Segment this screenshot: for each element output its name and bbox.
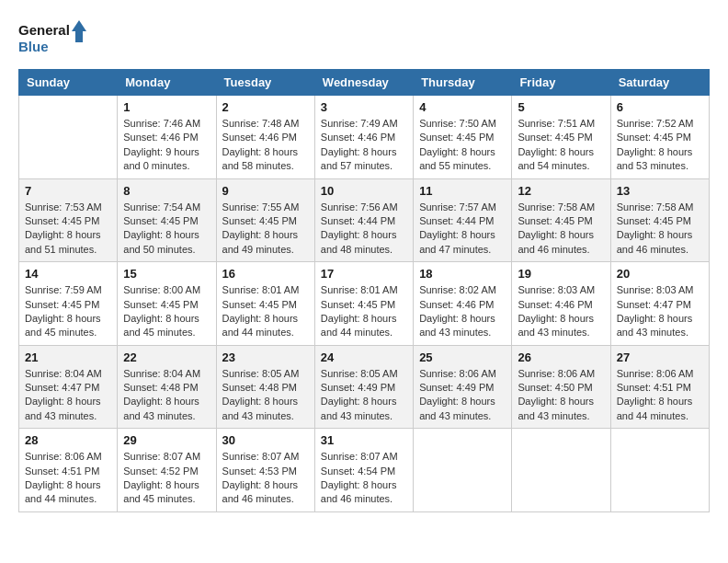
day-cell: 14 Sunrise: 7:59 AMSunset: 4:45 PMDaylig… bbox=[19, 262, 118, 346]
day-info: Sunrise: 8:00 AMSunset: 4:45 PMDaylight:… bbox=[123, 283, 210, 340]
day-cell: 2 Sunrise: 7:48 AMSunset: 4:46 PMDayligh… bbox=[216, 96, 314, 179]
day-number: 15 bbox=[123, 267, 210, 281]
day-cell: 28 Sunrise: 8:06 AMSunset: 4:51 PMDaylig… bbox=[19, 429, 118, 512]
col-header-thursday: Thursday bbox=[414, 70, 512, 96]
day-cell bbox=[610, 429, 709, 512]
day-info: Sunrise: 8:07 AMSunset: 4:53 PMDaylight:… bbox=[222, 450, 309, 507]
day-info: Sunrise: 7:50 AMSunset: 4:45 PMDaylight:… bbox=[419, 117, 506, 174]
week-row-4: 21 Sunrise: 8:04 AMSunset: 4:47 PMDaylig… bbox=[19, 345, 710, 429]
day-cell: 30 Sunrise: 8:07 AMSunset: 4:53 PMDaylig… bbox=[216, 429, 314, 512]
week-row-1: 1 Sunrise: 7:46 AMSunset: 4:46 PMDayligh… bbox=[19, 96, 710, 179]
day-info: Sunrise: 7:52 AMSunset: 4:45 PMDaylight:… bbox=[617, 117, 703, 174]
day-cell: 31 Sunrise: 8:07 AMSunset: 4:54 PMDaylig… bbox=[314, 429, 413, 512]
svg-text:Blue: Blue bbox=[18, 39, 49, 54]
day-cell: 15 Sunrise: 8:00 AMSunset: 4:45 PMDaylig… bbox=[118, 262, 216, 346]
week-row-5: 28 Sunrise: 8:06 AMSunset: 4:51 PMDaylig… bbox=[19, 429, 710, 512]
day-cell: 8 Sunrise: 7:54 AMSunset: 4:45 PMDayligh… bbox=[118, 178, 216, 262]
day-cell: 5 Sunrise: 7:51 AMSunset: 4:45 PMDayligh… bbox=[512, 96, 610, 179]
day-cell: 11 Sunrise: 7:57 AMSunset: 4:44 PMDaylig… bbox=[414, 178, 512, 262]
day-number: 19 bbox=[518, 267, 604, 281]
svg-marker-2 bbox=[72, 20, 86, 42]
col-header-wednesday: Wednesday bbox=[314, 70, 413, 96]
day-info: Sunrise: 8:06 AMSunset: 4:50 PMDaylight:… bbox=[518, 367, 604, 424]
day-number: 30 bbox=[222, 433, 309, 447]
day-info: Sunrise: 8:03 AMSunset: 4:47 PMDaylight:… bbox=[617, 283, 703, 340]
day-number: 11 bbox=[419, 184, 506, 198]
day-number: 17 bbox=[321, 267, 407, 281]
day-info: Sunrise: 8:06 AMSunset: 4:51 PMDaylight:… bbox=[617, 367, 703, 424]
day-number: 31 bbox=[321, 433, 407, 447]
day-number: 27 bbox=[617, 350, 703, 364]
day-number: 5 bbox=[518, 100, 604, 114]
day-cell: 6 Sunrise: 7:52 AMSunset: 4:45 PMDayligh… bbox=[610, 96, 709, 179]
day-number: 6 bbox=[617, 100, 703, 114]
day-info: Sunrise: 7:49 AMSunset: 4:46 PMDaylight:… bbox=[321, 117, 407, 174]
day-info: Sunrise: 8:01 AMSunset: 4:45 PMDaylight:… bbox=[222, 283, 309, 340]
day-number: 16 bbox=[222, 267, 309, 281]
day-cell bbox=[19, 96, 118, 179]
svg-text:General: General bbox=[18, 22, 70, 38]
day-cell: 26 Sunrise: 8:06 AMSunset: 4:50 PMDaylig… bbox=[512, 345, 610, 429]
col-header-tuesday: Tuesday bbox=[216, 70, 314, 96]
day-number: 29 bbox=[123, 433, 210, 447]
day-number: 8 bbox=[123, 184, 210, 198]
day-info: Sunrise: 7:51 AMSunset: 4:45 PMDaylight:… bbox=[518, 117, 604, 174]
day-cell: 10 Sunrise: 7:56 AMSunset: 4:44 PMDaylig… bbox=[314, 178, 413, 262]
day-cell: 27 Sunrise: 8:06 AMSunset: 4:51 PMDaylig… bbox=[610, 345, 709, 429]
day-info: Sunrise: 7:46 AMSunset: 4:46 PMDaylight:… bbox=[123, 117, 210, 174]
logo-svg: General Blue bbox=[18, 18, 92, 60]
col-header-sunday: Sunday bbox=[19, 70, 118, 96]
day-number: 7 bbox=[25, 184, 111, 198]
day-cell: 4 Sunrise: 7:50 AMSunset: 4:45 PMDayligh… bbox=[414, 96, 512, 179]
day-info: Sunrise: 8:05 AMSunset: 4:49 PMDaylight:… bbox=[321, 367, 407, 424]
day-info: Sunrise: 7:58 AMSunset: 4:45 PMDaylight:… bbox=[617, 201, 703, 258]
col-header-saturday: Saturday bbox=[610, 70, 709, 96]
day-info: Sunrise: 8:05 AMSunset: 4:48 PMDaylight:… bbox=[222, 367, 309, 424]
day-number: 28 bbox=[25, 433, 111, 447]
day-cell: 20 Sunrise: 8:03 AMSunset: 4:47 PMDaylig… bbox=[610, 262, 709, 346]
day-cell: 29 Sunrise: 8:07 AMSunset: 4:52 PMDaylig… bbox=[118, 429, 216, 512]
day-number: 9 bbox=[222, 184, 309, 198]
day-number: 12 bbox=[518, 184, 604, 198]
day-cell: 23 Sunrise: 8:05 AMSunset: 4:48 PMDaylig… bbox=[216, 345, 314, 429]
day-info: Sunrise: 8:03 AMSunset: 4:46 PMDaylight:… bbox=[518, 283, 604, 340]
day-number: 3 bbox=[321, 100, 407, 114]
day-number: 2 bbox=[222, 100, 309, 114]
week-row-2: 7 Sunrise: 7:53 AMSunset: 4:45 PMDayligh… bbox=[19, 178, 710, 262]
header-row: SundayMondayTuesdayWednesdayThursdayFrid… bbox=[19, 70, 710, 96]
day-cell: 12 Sunrise: 7:58 AMSunset: 4:45 PMDaylig… bbox=[512, 178, 610, 262]
day-number: 4 bbox=[419, 100, 506, 114]
day-cell: 16 Sunrise: 8:01 AMSunset: 4:45 PMDaylig… bbox=[216, 262, 314, 346]
day-info: Sunrise: 7:56 AMSunset: 4:44 PMDaylight:… bbox=[321, 201, 407, 258]
day-cell: 22 Sunrise: 8:04 AMSunset: 4:48 PMDaylig… bbox=[118, 345, 216, 429]
day-cell: 19 Sunrise: 8:03 AMSunset: 4:46 PMDaylig… bbox=[512, 262, 610, 346]
day-info: Sunrise: 8:04 AMSunset: 4:48 PMDaylight:… bbox=[123, 367, 210, 424]
day-cell bbox=[512, 429, 610, 512]
day-info: Sunrise: 7:57 AMSunset: 4:44 PMDaylight:… bbox=[419, 201, 506, 258]
day-info: Sunrise: 7:58 AMSunset: 4:45 PMDaylight:… bbox=[518, 201, 604, 258]
day-cell: 3 Sunrise: 7:49 AMSunset: 4:46 PMDayligh… bbox=[314, 96, 413, 179]
day-cell: 7 Sunrise: 7:53 AMSunset: 4:45 PMDayligh… bbox=[19, 178, 118, 262]
day-number: 14 bbox=[25, 267, 111, 281]
day-cell: 18 Sunrise: 8:02 AMSunset: 4:46 PMDaylig… bbox=[414, 262, 512, 346]
day-cell: 1 Sunrise: 7:46 AMSunset: 4:46 PMDayligh… bbox=[118, 96, 216, 179]
day-info: Sunrise: 7:59 AMSunset: 4:45 PMDaylight:… bbox=[25, 283, 111, 340]
day-number: 26 bbox=[518, 350, 604, 364]
day-number: 22 bbox=[123, 350, 210, 364]
week-row-3: 14 Sunrise: 7:59 AMSunset: 4:45 PMDaylig… bbox=[19, 262, 710, 346]
day-info: Sunrise: 7:48 AMSunset: 4:46 PMDaylight:… bbox=[222, 117, 309, 174]
col-header-friday: Friday bbox=[512, 70, 610, 96]
day-number: 1 bbox=[123, 100, 210, 114]
day-cell bbox=[414, 429, 512, 512]
day-cell: 21 Sunrise: 8:04 AMSunset: 4:47 PMDaylig… bbox=[19, 345, 118, 429]
day-info: Sunrise: 7:53 AMSunset: 4:45 PMDaylight:… bbox=[25, 201, 111, 258]
day-info: Sunrise: 7:54 AMSunset: 4:45 PMDaylight:… bbox=[123, 201, 210, 258]
day-number: 21 bbox=[25, 350, 111, 364]
day-number: 24 bbox=[321, 350, 407, 364]
day-number: 13 bbox=[617, 184, 703, 198]
calendar-table: SundayMondayTuesdayWednesdayThursdayFrid… bbox=[18, 69, 710, 512]
day-cell: 25 Sunrise: 8:06 AMSunset: 4:49 PMDaylig… bbox=[414, 345, 512, 429]
page-header: General Blue bbox=[18, 18, 710, 60]
day-cell: 13 Sunrise: 7:58 AMSunset: 4:45 PMDaylig… bbox=[610, 178, 709, 262]
day-info: Sunrise: 7:55 AMSunset: 4:45 PMDaylight:… bbox=[222, 201, 309, 258]
